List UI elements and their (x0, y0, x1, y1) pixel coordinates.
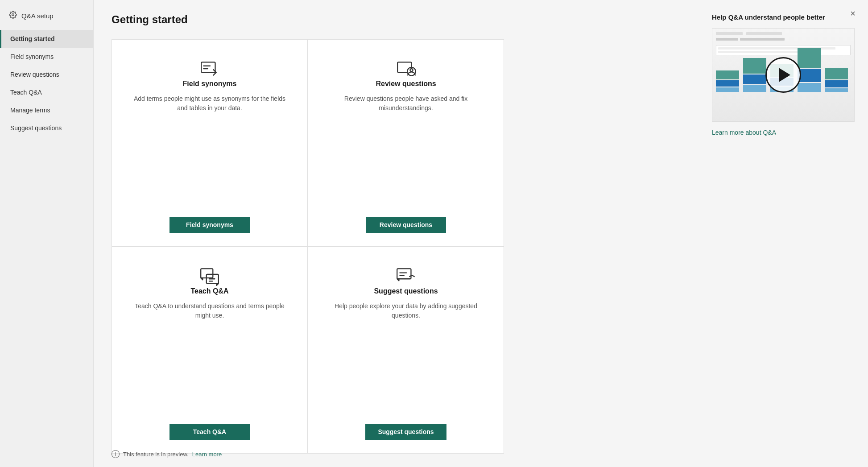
learn-more-about-qa-link[interactable]: Learn more about Q&A (712, 129, 855, 136)
field-synonyms-icon (198, 58, 221, 80)
svg-rect-12 (397, 269, 411, 279)
sidebar: Q&A setup Getting started Field synonyms… (0, 0, 94, 467)
main-content: Getting started Field synonyms Add terms… (94, 0, 699, 467)
page-title: Getting started (112, 13, 681, 26)
card-teach-qa-description: Teach Q&A to understand questions and te… (130, 302, 289, 413)
field-synonyms-button[interactable]: Field synonyms (169, 217, 250, 233)
card-suggest-questions-title: Suggest questions (374, 287, 438, 295)
review-questions-button[interactable]: Review questions (366, 217, 446, 233)
teach-qa-icon (198, 265, 221, 287)
sidebar-title: Q&A setup (21, 12, 54, 20)
play-triangle-icon (779, 68, 790, 82)
sidebar-item-getting-started[interactable]: Getting started (0, 30, 93, 48)
teach-qa-button[interactable]: Teach Q&A (169, 424, 250, 440)
sidebar-item-teach-qa[interactable]: Teach Q&A (0, 83, 93, 101)
sidebar-navigation: Getting started Field synonyms Review qu… (0, 30, 93, 137)
right-panel: Help Q&A understand people better (699, 0, 868, 467)
cards-grid: Field synonyms Add terms people might us… (112, 39, 504, 454)
footer-preview-text: This feature is in preview. (123, 451, 189, 458)
card-review-questions-description: Review questions people have asked and f… (326, 94, 486, 206)
close-button[interactable]: × (847, 7, 859, 20)
video-thumbnail[interactable] (712, 28, 855, 122)
card-field-synonyms-title: Field synonyms (183, 80, 237, 88)
card-suggest-questions: Suggest questions Help people explore yo… (308, 247, 504, 454)
card-review-questions-title: Review questions (376, 80, 436, 88)
sidebar-item-suggest-questions[interactable]: Suggest questions (0, 119, 93, 137)
card-field-synonyms: Field synonyms Add terms people might us… (112, 39, 308, 247)
card-teach-qa-title: Teach Q&A (190, 287, 228, 295)
svg-rect-1 (201, 62, 215, 72)
card-field-synonyms-description: Add terms people might use as synonyms f… (130, 94, 289, 206)
info-icon: i (112, 450, 120, 458)
suggest-questions-icon (395, 265, 417, 287)
sidebar-item-review-questions[interactable]: Review questions (0, 66, 93, 83)
card-teach-qa: Teach Q&A Teach Q&A to understand questi… (112, 247, 308, 454)
play-button[interactable] (765, 57, 801, 93)
sidebar-header: Q&A setup (0, 5, 93, 30)
card-suggest-questions-description: Help people explore your data by adding … (326, 302, 486, 413)
svg-point-0 (12, 14, 14, 16)
sidebar-item-manage-terms[interactable]: Manage terms (0, 101, 93, 119)
gear-icon (9, 11, 17, 21)
help-title: Help Q&A understand people better (712, 13, 855, 21)
sidebar-item-field-synonyms[interactable]: Field synonyms (0, 48, 93, 66)
footer-learn-more-link[interactable]: Learn more (192, 451, 222, 458)
footer: i This feature is in preview. Learn more (94, 450, 868, 458)
suggest-questions-button[interactable]: Suggest questions (365, 424, 446, 440)
review-questions-icon (395, 58, 417, 80)
card-review-questions: Review questions Review questions people… (308, 39, 504, 247)
